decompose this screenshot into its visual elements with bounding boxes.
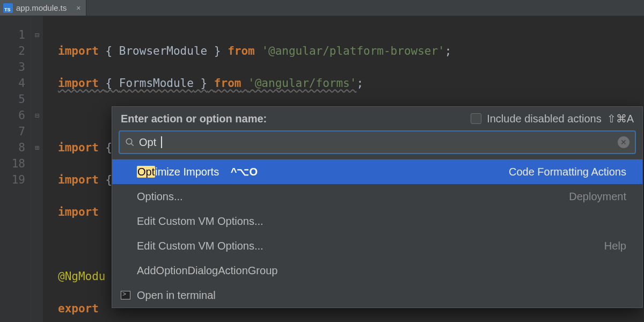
fold-expand-icon[interactable]: ⊞: [31, 140, 43, 156]
search-query-text: Opt: [139, 136, 156, 149]
fold-collapse-icon[interactable]: ⊟: [31, 107, 43, 123]
include-disabled-label: Include disabled actions: [487, 113, 601, 125]
action-result-edit-vm-options-2[interactable]: Edit Custom VM Options... Help: [112, 233, 642, 258]
action-result-optimize-imports[interactable]: Optimize Imports ^⌥O Code Formatting Act…: [112, 159, 642, 184]
terminal-icon: [121, 291, 130, 299]
tab-filename: app.module.ts: [16, 3, 67, 12]
svg-point-0: [126, 138, 132, 144]
popup-shortcut: ⇧⌘A: [607, 112, 634, 125]
fold-column: ⊟ ⊟ ⊞: [31, 16, 43, 322]
popup-header: Enter action or option name: Include dis…: [112, 107, 642, 130]
popup-title: Enter action or option name:: [121, 113, 267, 125]
line-number-gutter: 1 2 3 4 5 6 7 8 18 19: [0, 16, 31, 322]
action-result-add-option-dialog[interactable]: AddOptionDialogActionGroup: [112, 258, 642, 283]
action-result-open-in-terminal[interactable]: Open in terminal: [112, 283, 642, 308]
ts-file-icon: [3, 3, 13, 13]
action-result-options[interactable]: Options... Deployment: [112, 184, 642, 209]
find-action-popup: Enter action or option name: Include dis…: [112, 106, 643, 308]
text-caret: [161, 136, 162, 148]
action-search-input[interactable]: Opt ✕: [119, 130, 636, 154]
svg-line-1: [131, 143, 134, 146]
include-disabled-checkbox[interactable]: [471, 113, 481, 124]
editor-tab-active[interactable]: app.module.ts ×: [0, 0, 86, 16]
action-result-edit-vm-options-1[interactable]: Edit Custom VM Options...: [112, 209, 642, 233]
action-results-list: Optimize Imports ^⌥O Code Formatting Act…: [112, 159, 642, 308]
fold-collapse-icon[interactable]: ⊟: [31, 27, 43, 43]
clear-search-icon[interactable]: ✕: [618, 136, 630, 148]
editor-tab-bar: app.module.ts ×: [0, 0, 644, 16]
search-icon: [125, 137, 135, 147]
close-tab-icon[interactable]: ×: [76, 4, 80, 12]
